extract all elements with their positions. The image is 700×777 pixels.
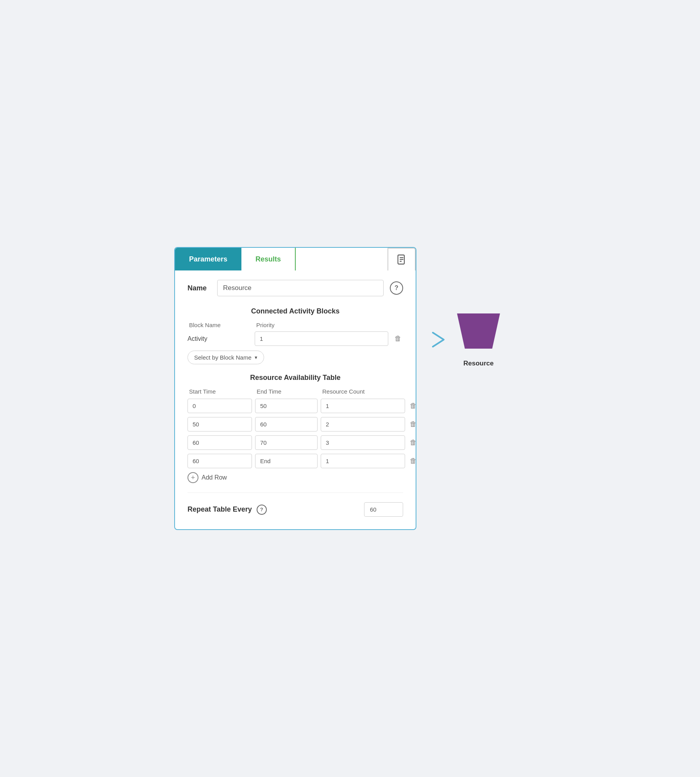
col-end-time-header: End Time (257, 388, 319, 395)
connected-blocks-title: Connected Activity Blocks (188, 307, 403, 315)
panel-body: Name ? Connected Activity Blocks Block N… (175, 270, 416, 529)
trash-icon: 🗑 (410, 457, 416, 465)
delete-row-0-button[interactable]: 🗑 (408, 400, 416, 412)
svg-marker-4 (457, 313, 500, 349)
name-row: Name ? (188, 280, 403, 296)
avail-col-headers: Start Time End Time Resource Count (188, 388, 403, 395)
end-time-input-2[interactable] (255, 435, 318, 450)
col-resource-count-header: Resource Count (322, 388, 402, 395)
availability-title: Resource Availability Table (188, 374, 403, 382)
repeat-row: Repeat Table Every ? (188, 492, 403, 517)
tab-bar: Parameters Results (175, 248, 416, 270)
main-panel: Parameters Results Name ? (174, 247, 416, 530)
help-icon[interactable]: ? (390, 281, 403, 295)
connected-activity-blocks: Connected Activity Blocks Block Name Pri… (188, 307, 403, 364)
start-time-input-3[interactable] (188, 454, 252, 468)
activity-label: Activity (188, 335, 250, 342)
table-row: 🗑 (188, 454, 403, 468)
col-start-time-header: Start Time (189, 388, 254, 395)
repeat-input[interactable] (364, 502, 403, 517)
delete-row-2-button[interactable]: 🗑 (408, 437, 416, 448)
repeat-label: Repeat Table Every (188, 505, 252, 514)
end-time-input-0[interactable] (255, 399, 318, 413)
table-row: 🗑 (188, 435, 403, 450)
tab-doc[interactable] (388, 248, 416, 270)
resource-node[interactable]: Resource (453, 313, 504, 367)
connector-arrow (432, 331, 445, 350)
name-label: Name (188, 284, 211, 292)
resource-count-input-3[interactable] (321, 454, 405, 468)
table-row: 🗑 (188, 417, 403, 431)
availability-section: Resource Availability Table Start Time E… (188, 374, 403, 483)
resource-node-label: Resource (463, 360, 493, 367)
start-time-input-0[interactable] (188, 399, 252, 413)
delete-activity-button[interactable]: 🗑 (393, 333, 403, 344)
resource-count-input-0[interactable] (321, 399, 405, 413)
table-row: 🗑 (188, 399, 403, 413)
col-priority-header: Priority (256, 322, 275, 328)
end-time-input-1[interactable] (255, 417, 318, 431)
select-by-block-name-dropdown[interactable]: Select by Block Name ▾ (188, 351, 264, 364)
col-block-name-header: Block Name (189, 322, 252, 328)
chevron-down-icon: ▾ (255, 354, 257, 360)
document-icon (396, 254, 407, 265)
chevron-right-icon (432, 331, 445, 348)
resource-count-input-2[interactable] (321, 435, 405, 450)
plus-icon: + (188, 472, 198, 483)
activity-priority-input[interactable] (255, 331, 388, 346)
delete-row-3-button[interactable]: 🗑 (408, 455, 416, 467)
trash-icon: 🗑 (395, 335, 402, 343)
delete-row-1-button[interactable]: 🗑 (408, 419, 416, 430)
trash-icon: 🗑 (410, 439, 416, 447)
activity-row: Activity 🗑 (188, 331, 403, 346)
select-dropdown-label: Select by Block Name (194, 354, 252, 361)
resource-trapezoid-icon (453, 313, 504, 353)
add-row-label: Add Row (202, 474, 227, 481)
trash-icon: 🗑 (410, 402, 416, 410)
name-input[interactable] (217, 280, 384, 296)
end-time-input-3[interactable] (255, 454, 318, 468)
resource-count-input-1[interactable] (321, 417, 405, 431)
add-row-button[interactable]: + Add Row (188, 472, 227, 483)
start-time-input-1[interactable] (188, 417, 252, 431)
start-time-input-2[interactable] (188, 435, 252, 450)
trash-icon: 🗑 (410, 420, 416, 428)
tab-results[interactable]: Results (241, 248, 296, 270)
tab-parameters[interactable]: Parameters (175, 248, 241, 270)
connector-resource-area: Resource (432, 313, 504, 367)
connected-col-headers: Block Name Priority (188, 322, 403, 328)
repeat-help-icon[interactable]: ? (257, 505, 267, 515)
